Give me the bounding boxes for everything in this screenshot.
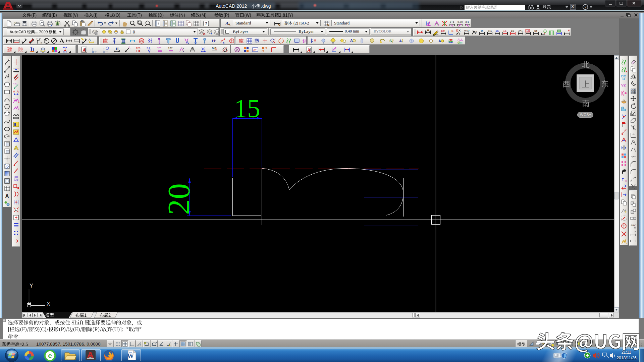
svg-text:15: 15 [503,29,506,33]
svg-text:H: H [116,47,119,51]
svg-text:10: 10 [13,82,16,86]
svg-text:A: A [438,39,441,43]
svg-text:A: A [225,21,229,26]
svg-text:X: X [41,42,42,44]
svg-text:W: W [127,352,134,360]
svg-text:XY: XY [253,48,257,51]
svg-text:A: A [88,38,91,42]
svg-text:12?: 12? [168,47,173,50]
svg-text:S: S [389,39,392,43]
svg-text:YY: YY [157,47,161,50]
svg-text:Y: Y [459,32,461,36]
svg-text:ST: ST [534,30,538,32]
svg-text:2+1: 2+1 [518,29,523,32]
svg-text:15: 15 [234,94,260,123]
svg-text:?: ? [584,5,586,9]
svg-text:?: ? [205,21,207,26]
svg-text:Y: Y [36,38,38,40]
svg-text:A: A [17,90,19,93]
svg-text:E: E [451,29,453,33]
svg-text:V2: V2 [621,83,626,87]
svg-text:V: V [274,38,276,41]
svg-text:o.o: o.o [474,31,477,33]
svg-text:3:1: 3:1 [488,29,492,33]
svg-text:15: 15 [511,29,514,33]
svg-text:E: E [456,29,458,32]
svg-text:1S: 1S [495,29,499,33]
svg-text:e: e [48,352,52,359]
svg-text:123: 123 [136,47,141,50]
svg-text:X: X [182,47,184,50]
svg-text:0: 0 [133,30,135,35]
svg-text:A: A [350,39,353,43]
svg-text:0: 0 [625,179,627,183]
svg-text:A: A [399,39,402,43]
svg-text:dim: dim [458,41,463,44]
svg-text:EH: EH [441,29,445,33]
svg-text:0.00: 0.00 [464,29,470,32]
svg-text:Y: Y [182,50,184,53]
svg-text:A: A [5,193,9,199]
svg-text:3:1: 3:1 [465,20,469,23]
svg-text:3.2: 3.2 [147,47,151,50]
svg-text:Y: Y [30,283,33,289]
svg-text:A: A [13,90,15,93]
svg-text:X: X [47,301,50,307]
svg-text:X: X [459,29,461,32]
svg-text:20: 20 [161,183,196,215]
svg-text:5: 5 [128,46,130,50]
svg-text:2+1: 2+1 [450,20,454,23]
svg-text:0: 0 [481,29,483,33]
svg-text:ABC: ABC [631,224,636,227]
svg-text:0.00: 0.00 [458,20,463,23]
